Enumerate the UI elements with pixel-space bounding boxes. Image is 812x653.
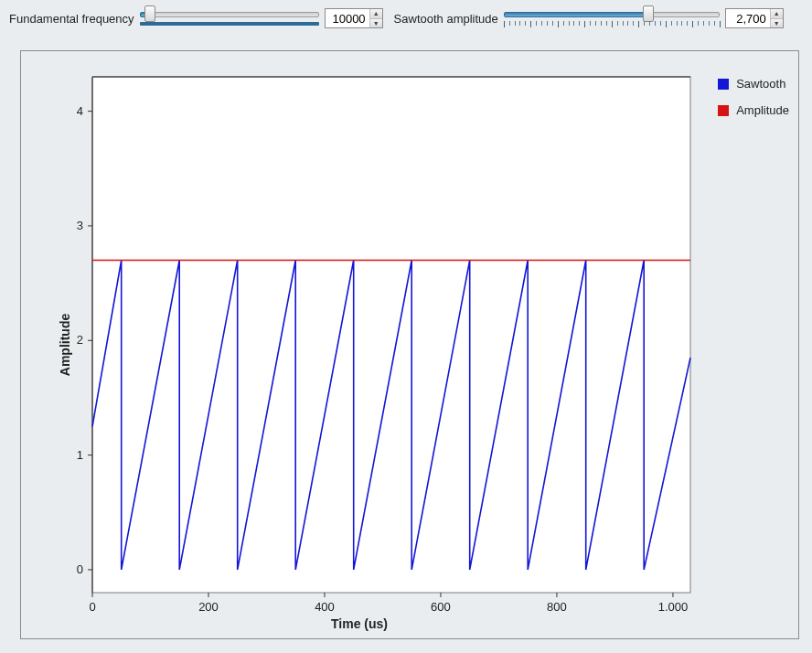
svg-text:4: 4 [77, 104, 83, 118]
amp-spinbox[interactable]: ▲ ▼ [725, 8, 784, 28]
svg-text:600: 600 [431, 600, 451, 614]
freq-step-down-icon[interactable]: ▼ [370, 19, 382, 28]
x-axis-label: Time (us) [21, 616, 698, 631]
svg-text:0: 0 [89, 600, 95, 614]
legend-color-icon [718, 105, 729, 116]
legend-label: Sawtooth [736, 77, 785, 91]
toolbar: Fundamental frequency ▲ ▼ Sawtooth ampli… [0, 0, 812, 35]
y-axis-label: Amplitude [58, 314, 72, 376]
freq-input[interactable] [326, 9, 369, 27]
legend: Sawtooth Amplitude [718, 77, 789, 130]
svg-text:1.000: 1.000 [658, 600, 689, 614]
svg-text:400: 400 [315, 600, 335, 614]
svg-rect-0 [92, 77, 690, 593]
svg-text:3: 3 [77, 219, 83, 232]
freq-spinbox[interactable]: ▲ ▼ [325, 8, 383, 28]
freq-label: Fundamental frequency [9, 12, 134, 26]
svg-text:1: 1 [77, 448, 83, 462]
freq-slider[interactable] [140, 6, 319, 30]
svg-text:2: 2 [77, 333, 83, 347]
legend-item-amplitude: Amplitude [718, 103, 789, 117]
chart-canvas: 0123402004006008001.000 [21, 51, 798, 638]
amp-step-down-icon[interactable]: ▼ [771, 19, 783, 28]
slider-thumb[interactable] [144, 5, 155, 22]
amp-label: Sawtooth amplitude [394, 12, 498, 26]
freq-step-up-icon[interactable]: ▲ [370, 9, 382, 19]
amp-input[interactable] [726, 9, 770, 27]
legend-color-icon [718, 79, 729, 90]
svg-text:0: 0 [77, 562, 83, 576]
slider-thumb[interactable] [643, 5, 654, 22]
legend-item-sawtooth: Sawtooth [718, 77, 789, 91]
legend-label: Amplitude [736, 103, 789, 117]
svg-text:800: 800 [547, 600, 567, 614]
amp-step-up-icon[interactable]: ▲ [771, 9, 783, 19]
amp-slider[interactable] [504, 6, 720, 30]
svg-text:200: 200 [198, 600, 219, 614]
plot-panel: 0123402004006008001.000 Sawtooth Amplitu… [20, 50, 799, 639]
